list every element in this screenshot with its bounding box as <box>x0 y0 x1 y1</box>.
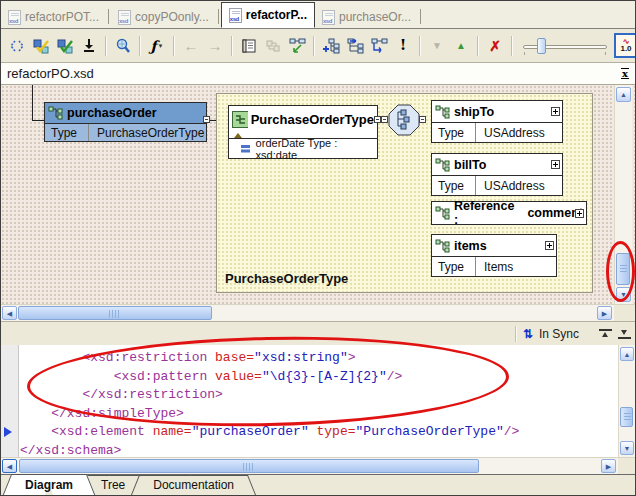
slider-thumb[interactable] <box>537 38 546 54</box>
code-horizontal-scrollbar[interactable]: ◀ ▶ <box>1 457 635 474</box>
preview-button[interactable] <box>111 35 135 57</box>
scroll-up-button[interactable]: ▲ <box>616 87 631 102</box>
move-up-button[interactable]: ▲ <box>449 35 473 57</box>
magnifier-icon <box>115 38 131 54</box>
sequence-indicator[interactable] <box>388 104 420 140</box>
zoom-slider[interactable] <box>521 36 609 56</box>
toolbar-separator <box>419 36 421 56</box>
validate-xml-button[interactable] <box>53 35 77 57</box>
type-value: PurchaseOrderType <box>89 126 204 140</box>
scroll-up-button[interactable]: ▲ <box>620 347 634 361</box>
code-lines[interactable]: <xsd:restriction base="xsd:string"> <xsd… <box>20 349 618 457</box>
diagram-expand-all-button[interactable] <box>367 35 391 57</box>
tab-purchaseorder[interactable]: purchaseOr... <box>315 6 418 28</box>
node-bill-to[interactable]: billTo Type USAddress <box>431 153 563 196</box>
code-line: <xsd:pattern value="\d{3}-[A-Z]{2}"/> <box>20 368 618 387</box>
scroll-thumb[interactable] <box>616 253 630 285</box>
nodes-plus-icon <box>323 38 340 54</box>
tab-copypoonly[interactable]: copyPOonly... <box>111 6 216 28</box>
element-icon <box>435 158 451 172</box>
content-model-icon <box>234 133 242 138</box>
complex-type-icon <box>232 111 248 128</box>
expand-icon[interactable] <box>575 209 584 218</box>
scroll-thumb[interactable] <box>19 459 479 473</box>
diagram-collapse-button[interactable] <box>285 35 309 57</box>
scroll-right-button[interactable]: ▶ <box>597 306 612 320</box>
move-down-button[interactable]: ▼ <box>425 35 449 57</box>
statusbar-separator <box>515 326 517 342</box>
forward-button[interactable]: → <box>203 35 227 57</box>
scrollbar-corner <box>614 305 635 321</box>
forward-arrow-icon: → <box>208 38 223 53</box>
import-button[interactable] <box>77 35 101 57</box>
toolbar-separator <box>313 36 315 56</box>
refactor-icon <box>265 39 281 53</box>
code-vertical-scrollbar[interactable]: ▲ ▼ <box>618 345 635 457</box>
expand-icon[interactable] <box>545 241 554 250</box>
xml-editor-button[interactable] <box>5 35 29 57</box>
connector-handle[interactable] <box>203 116 210 123</box>
tab-label: purchaseOr... <box>339 10 411 24</box>
expand-icon[interactable] <box>551 160 560 169</box>
expand-icon[interactable] <box>551 107 560 116</box>
scroll-thumb[interactable] <box>18 306 212 320</box>
node-reference[interactable]: Reference : comment <box>431 201 587 225</box>
expand-code-pane-icon[interactable] <box>618 329 631 339</box>
tab-separator <box>108 9 109 24</box>
type-value: USAddress <box>476 126 545 140</box>
nodes-arrow-right-icon <box>347 38 364 54</box>
tab-diagram[interactable]: Diagram <box>11 475 87 495</box>
back-arrow-icon: ← <box>184 38 199 53</box>
validate-schema-button[interactable] <box>29 35 53 57</box>
diagram-vertical-scrollbar[interactable]: ▲ ▼ <box>614 85 632 304</box>
tab-label: refactorP... <box>246 8 307 22</box>
tab-label: Diagram <box>25 478 73 492</box>
diagram-expand-button[interactable] <box>343 35 367 57</box>
node-items[interactable]: items Type Items <box>431 234 557 277</box>
toolbar-separator <box>477 36 479 56</box>
scroll-left-button[interactable]: ◀ <box>2 459 17 473</box>
refactor-button[interactable] <box>261 35 285 57</box>
code-gutter <box>1 345 19 457</box>
slider-track <box>523 45 607 49</box>
toolbar-separator <box>511 36 513 56</box>
scroll-down-button[interactable]: ▼ <box>620 441 634 455</box>
delete-button[interactable]: ✗ <box>483 35 507 57</box>
scroll-right-button[interactable]: ▶ <box>601 459 616 473</box>
node-title: billTo <box>454 158 486 172</box>
node-title: purchaseOrder <box>67 106 157 120</box>
node-purchase-order[interactable]: purchaseOrder Type PurchaseOrderType <box>44 102 207 142</box>
triangle-up-icon: ▲ <box>456 41 466 51</box>
diagram-add-button[interactable] <box>319 35 343 57</box>
triangle-down-icon: ▼ <box>432 41 442 51</box>
tab-refactorpot[interactable]: refactorPOT... <box>1 6 106 28</box>
connector-handle[interactable] <box>381 116 388 123</box>
zoom-level-button[interactable]: ∿ 1.0 <box>614 33 635 58</box>
source-code-pane[interactable]: <xsd:restriction base="xsd:string"> <xsd… <box>1 345 635 457</box>
back-button[interactable]: ← <box>179 35 203 57</box>
toolbar-separator <box>105 36 107 56</box>
node-ship-to[interactable]: shipTo Type USAddress <box>431 100 563 143</box>
node-purchase-order-type[interactable]: PurchaseOrderType orderDate Type : xsd:d… <box>228 105 378 159</box>
document-filename: refactorPO.xsd <box>7 66 94 81</box>
diagram-horizontal-scrollbar[interactable]: ◀ ▶ <box>1 304 635 321</box>
connector-handle[interactable] <box>419 116 426 123</box>
slider-tick <box>605 52 606 55</box>
toolbar-separator <box>173 36 175 56</box>
tab-documentation[interactable]: Documentation <box>139 475 248 495</box>
connector-line <box>32 85 33 121</box>
tab-refactorpo-active[interactable]: refactorP... <box>221 2 315 28</box>
toolbar: ƒ ▼ ← → ! ▼ ▲ ✗ <box>1 29 635 63</box>
arrow-left-icon: ◀ <box>7 310 12 317</box>
scroll-down-button[interactable]: ▼ <box>616 287 631 302</box>
xpath-function-button[interactable]: ƒ ▼ <box>145 35 169 57</box>
diagram-pane[interactable]: PurchaseOrderType purchaseOrder Type Pur… <box>1 85 635 304</box>
scroll-thumb[interactable] <box>620 407 633 427</box>
show-errors-button[interactable]: ! <box>391 35 415 57</box>
split-view-icon[interactable]: x <box>621 68 629 79</box>
documentation-button[interactable] <box>237 35 261 57</box>
scroll-left-button[interactable]: ◀ <box>2 306 17 320</box>
collapse-code-pane-icon[interactable] <box>599 329 612 339</box>
nodes-arrow-down-icon <box>371 38 388 54</box>
connector-handle[interactable] <box>374 116 381 123</box>
